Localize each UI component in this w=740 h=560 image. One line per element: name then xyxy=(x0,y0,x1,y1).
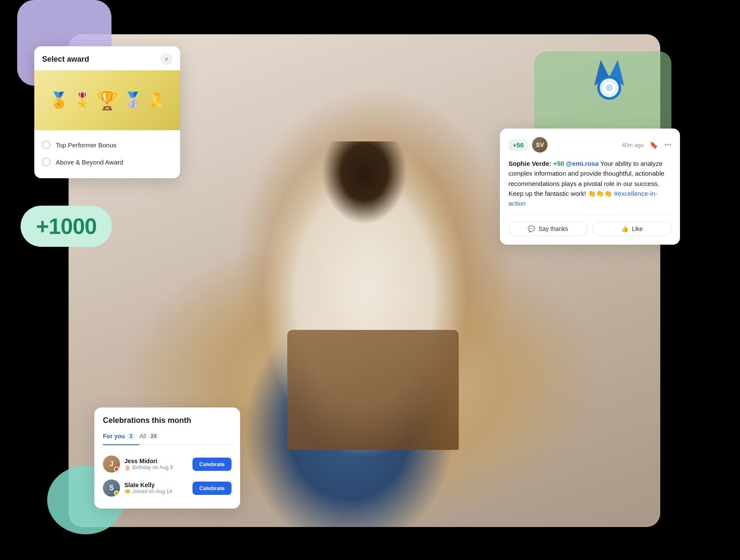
award-image-banner: 🏅 🎖️ 🏆 🥈 🎗️ xyxy=(34,70,180,130)
feed-author-name: Sophie Verde: xyxy=(508,160,553,167)
points-value-large: +1000 xyxy=(36,214,96,239)
feed-card-top: +50 SV 40m ago 🔖 ••• xyxy=(508,137,671,153)
person-name-jess: Jess Midori xyxy=(124,458,173,464)
feed-card-right: 40m ago 🔖 ••• xyxy=(622,141,671,149)
trophy2-emoji: 🥈 xyxy=(123,91,143,109)
avatar-slate: S xyxy=(103,479,120,497)
rosette-emoji: 🎗️ xyxy=(148,92,165,108)
bookmark-icon[interactable]: 🔖 xyxy=(650,141,658,149)
celebrate-button-jess[interactable]: Celebrate xyxy=(193,458,232,471)
say-thanks-icon: 💬 xyxy=(528,225,535,232)
award-card-title: Select award xyxy=(42,55,89,64)
tab-all[interactable]: All 24 xyxy=(139,431,163,441)
like-label: Like xyxy=(632,225,643,232)
celebrations-title: Celebrations this month xyxy=(103,416,232,425)
person-event-slate: 🤝 Joined on Aug 14 xyxy=(124,488,172,494)
award-options-list: Top Performer Bonus Above & Beyond Award xyxy=(34,130,180,178)
celebrations-tabs: For you 2 All 24 xyxy=(103,431,232,445)
feed-points-badge: +50 xyxy=(508,139,528,151)
like-button[interactable]: 👍 Like xyxy=(593,222,671,236)
close-button[interactable]: × xyxy=(160,53,172,65)
event-text-jess: Birthday on Aug 8 xyxy=(132,464,173,470)
event-text-slate: Joined on Aug 14 xyxy=(132,488,172,494)
celebration-person-jess: J Jess Midori 🎂 Birthday on Aug 8 xyxy=(103,455,173,473)
celebration-row-slate: S Slate Kelly 🤝 Joined on Aug 14 Celebra… xyxy=(103,476,232,500)
award-option-above-beyond-label: Above & Beyond Award xyxy=(56,159,123,166)
say-thanks-label: Say thanks xyxy=(538,225,568,232)
medal-icon xyxy=(586,56,633,103)
person-info-slate: Slate Kelly 🤝 Joined on Aug 14 xyxy=(124,482,172,494)
feed-card-body: Sophie Verde: +50 @emi.rosa Your ability… xyxy=(508,159,671,208)
feed-author-avatar: SV xyxy=(532,137,547,153)
award-card: Select award × 🏅 🎖️ 🏆 🥈 🎗️ Top Performer… xyxy=(34,46,180,178)
feed-points-inline: +50 xyxy=(553,160,566,167)
say-thanks-button[interactable]: 💬 Say thanks xyxy=(508,222,587,236)
celebration-person-slate: S Slate Kelly 🤝 Joined on Aug 14 xyxy=(103,479,172,497)
event-emoji-jess: 🎂 xyxy=(124,464,131,470)
award-icons-row: 🏅 🎖️ 🏆 🥈 🎗️ xyxy=(42,90,172,111)
like-icon: 👍 xyxy=(621,225,629,232)
tab-for-you-label: For you xyxy=(103,433,125,440)
event-emoji-slate: 🤝 xyxy=(124,488,131,494)
feed-card-left: +50 SV xyxy=(508,137,547,153)
main-container: Select award × 🏅 🎖️ 🏆 🥈 🎗️ Top Performer… xyxy=(0,0,740,560)
person-event-jess: 🎂 Birthday on Aug 8 xyxy=(124,464,173,470)
celebrations-card: Celebrations this month For you 2 All 24… xyxy=(94,407,240,509)
ribbon-emoji: 🎖️ xyxy=(74,92,91,108)
person-name-slate: Slate Kelly xyxy=(124,482,172,488)
tab-for-you[interactable]: For you 2 xyxy=(103,431,139,441)
celebration-row-jess: J Jess Midori 🎂 Birthday on Aug 8 Celebr… xyxy=(103,452,232,476)
tab-all-badge: 24 xyxy=(148,433,159,440)
feed-mention-user: @emi.rosa xyxy=(566,160,599,167)
more-options-icon[interactable]: ••• xyxy=(664,141,671,149)
anniversary-dot xyxy=(114,491,119,496)
medal-emoji: 🏅 xyxy=(49,91,69,109)
radio-top-performer[interactable] xyxy=(42,141,51,149)
birthday-dot xyxy=(114,467,119,472)
award-card-header: Select award × xyxy=(34,46,180,70)
award-option-top-performer-label: Top Performer Bonus xyxy=(56,141,117,149)
radio-above-beyond[interactable] xyxy=(42,158,51,166)
tab-all-label: All xyxy=(139,433,146,440)
points-badge-large: +1000 xyxy=(21,206,112,247)
award-option-above-beyond[interactable]: Above & Beyond Award xyxy=(42,153,172,171)
feed-card: +50 SV 40m ago 🔖 ••• Sophie Verde: +50 @… xyxy=(500,129,680,245)
feed-card-actions: 💬 Say thanks 👍 Like xyxy=(508,215,671,236)
celebrate-button-slate[interactable]: Celebrate xyxy=(193,482,232,495)
laptop-silhouette xyxy=(287,330,459,450)
svg-point-5 xyxy=(606,84,613,91)
feed-timestamp: 40m ago xyxy=(622,142,644,148)
avatar-jess: J xyxy=(103,455,120,473)
trophy-emoji: 🏆 xyxy=(96,90,118,111)
tab-for-you-badge: 2 xyxy=(127,433,135,440)
award-option-top-performer[interactable]: Top Performer Bonus xyxy=(42,136,172,153)
person-info-jess: Jess Midori 🎂 Birthday on Aug 8 xyxy=(124,458,173,470)
